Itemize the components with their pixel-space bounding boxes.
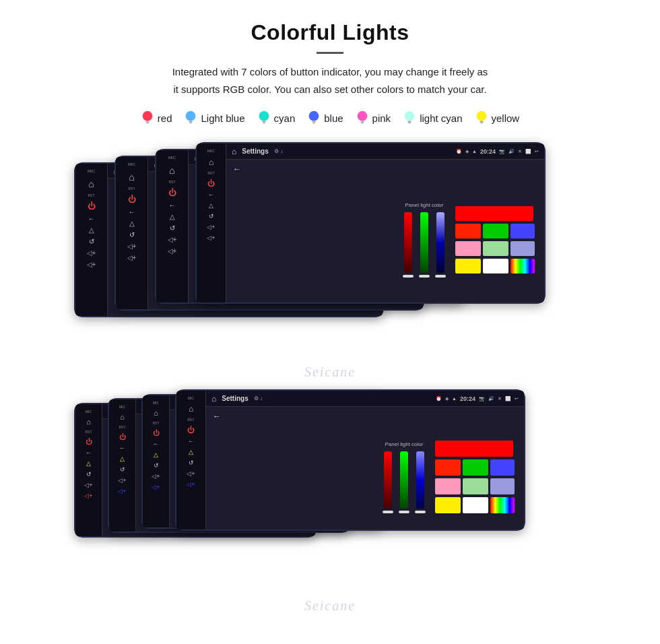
svg-point-12 (357, 111, 367, 121)
svg-rect-17 (408, 122, 411, 123)
title-divider (317, 52, 343, 54)
color-item-red: red (141, 110, 172, 126)
svg-rect-13 (360, 121, 364, 123)
svg-point-6 (259, 111, 269, 121)
svg-rect-4 (189, 121, 193, 123)
color-label-cyan: cyan (274, 112, 296, 124)
svg-rect-1 (145, 121, 150, 123)
page-container: Colorful Lights Integrated with 7 colors… (0, 0, 660, 637)
svg-rect-5 (190, 122, 193, 123)
svg-rect-14 (361, 122, 364, 123)
panel-light-label-bot: Panel light color (385, 441, 424, 447)
color-label-lightcyan: light cyan (420, 112, 462, 124)
color-item-cyan: cyan (257, 110, 296, 126)
bulb-icon-red (141, 110, 154, 126)
device-front-top: MIC ⌂ RST ⏻ ← △ ↺ ◁+ ◁+ ⌂ (195, 142, 546, 304)
svg-rect-7 (262, 121, 266, 123)
watermark-bottom: Seicane (27, 598, 633, 614)
color-label-yellow: yellow (492, 112, 520, 124)
color-indicators: red Light blue cyan (27, 110, 633, 126)
color-item-blue: blue (307, 110, 343, 126)
svg-point-15 (405, 111, 415, 121)
svg-rect-19 (480, 121, 484, 123)
color-label-lightblue: Light blue (201, 112, 244, 124)
color-label-pink: pink (372, 112, 391, 124)
top-device-row: MIC ⌂ RST ⏻ ← △ ↺ ◁+ ◁+ ⌂ (27, 142, 633, 351)
svg-point-9 (309, 111, 319, 121)
color-label-blue: blue (324, 112, 343, 124)
svg-rect-10 (312, 121, 316, 123)
color-label-red: red (158, 112, 172, 124)
bulb-icon-pink (356, 110, 369, 126)
svg-rect-11 (312, 122, 315, 123)
bulb-icon-blue (307, 110, 321, 126)
color-item-lightblue: Light blue (184, 110, 244, 126)
bot-device-front: MIC ⌂ RST ⏻ ← △ ↺ ◁+ ◁+ ⌂ (175, 389, 525, 531)
color-item-pink: pink (356, 110, 391, 126)
svg-point-3 (186, 111, 196, 121)
svg-rect-8 (263, 122, 265, 123)
svg-rect-16 (407, 121, 411, 123)
title-section: Colorful Lights Integrated with 7 colors… (27, 20, 633, 98)
color-item-yellow: yellow (475, 110, 520, 126)
svg-point-0 (142, 111, 152, 121)
panel-light-label: Panel light color (405, 202, 444, 208)
description: Integrated with 7 colors of button indic… (54, 63, 606, 98)
color-item-lightcyan: light cyan (403, 110, 462, 126)
bulb-icon-cyan (257, 110, 271, 126)
watermark-top: Seicane (27, 364, 633, 380)
bulb-icon-lightblue (184, 110, 197, 126)
svg-rect-20 (480, 122, 483, 123)
page-title: Colorful Lights (27, 20, 633, 45)
bulb-icon-lightcyan (403, 110, 416, 126)
svg-rect-2 (146, 122, 149, 123)
svg-point-18 (476, 111, 486, 121)
bulb-icon-yellow (475, 110, 488, 126)
bottom-device-row: MIC ⌂ RST ⏻ ← △ ↺ ◁+ ◁+ ⌂ (27, 389, 633, 585)
